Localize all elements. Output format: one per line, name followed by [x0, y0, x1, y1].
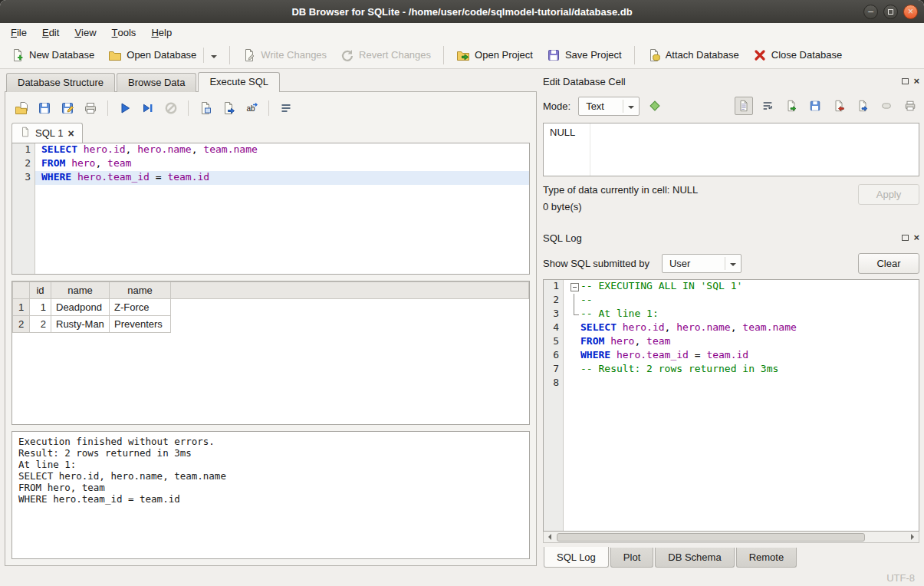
cell-size-info: 0 byte(s) — [543, 201, 698, 212]
scroll-left-button[interactable] — [544, 532, 556, 542]
code-token — [77, 143, 84, 155]
toolbar-button-label: Attach Database — [666, 49, 739, 61]
text-document-icon[interactable] — [735, 97, 753, 115]
titlebar[interactable]: DB Browser for SQLite - /home/user/code/… — [0, 0, 924, 23]
close-button[interactable]: × — [903, 5, 918, 19]
results-col-header-name[interactable]: name — [110, 282, 171, 299]
import-cell-icon[interactable] — [830, 97, 848, 115]
write-changes-icon — [242, 48, 256, 62]
cell-editor[interactable]: NULL — [543, 123, 919, 176]
results-cell[interactable]: 2 — [30, 316, 51, 333]
sql-log-view[interactable]: 12345678 -- EXECUTING ALL IN 'SQL 1'----… — [543, 279, 919, 532]
fold-marker-icon[interactable] — [570, 308, 580, 321]
edit-cell-float-icon[interactable] — [902, 78, 909, 84]
row-number[interactable]: 1 — [13, 299, 30, 316]
open-project-button[interactable]: Open Project — [450, 45, 539, 65]
menu-help[interactable]: Help — [143, 23, 179, 41]
apply-button[interactable]: Apply — [858, 184, 919, 205]
results-cell[interactable]: Rusty-Man — [51, 316, 110, 333]
tab-execute-sql[interactable]: Execute SQL — [198, 72, 280, 92]
print-sql-icon[interactable] — [81, 98, 100, 118]
bottom-tab-remote[interactable]: Remote — [736, 548, 797, 568]
results-col-header-name[interactable]: name — [51, 282, 110, 299]
maximize-icon — [888, 9, 893, 15]
results-cell[interactable]: Preventers — [110, 316, 171, 333]
editor-code[interactable]: SELECT hero.id, hero.name, team.nameFROM… — [35, 143, 529, 274]
scrollbar-thumb[interactable] — [557, 533, 865, 542]
sql-tab[interactable]: SQL 1 × — [12, 123, 83, 143]
open-database-dropdown[interactable] — [203, 48, 217, 63]
bottom-tabs: SQL LogPlotDB SchemaRemote — [543, 548, 919, 569]
save-results-view-icon[interactable] — [219, 98, 238, 118]
results-cell[interactable]: Z-Force — [110, 299, 171, 316]
sql-tab-close-icon[interactable]: × — [67, 130, 74, 137]
bottom-tab-plot[interactable]: Plot — [610, 548, 653, 568]
results-list-icon[interactable] — [276, 98, 296, 118]
window-title: DB Browser for SQLite - /home/user/code/… — [0, 6, 924, 18]
sql-editor[interactable]: 123 SELECT hero.id, hero.name, team.name… — [12, 143, 530, 275]
open-sql-file-icon[interactable] — [12, 98, 31, 118]
attach-database-button[interactable]: Attach Database — [641, 45, 745, 65]
tab-database-structure[interactable]: Database Structure — [6, 73, 115, 92]
tab-browse-data[interactable]: Browse Data — [117, 73, 196, 92]
menu-view[interactable]: View — [67, 23, 104, 41]
set-null-icon[interactable] — [877, 97, 896, 115]
open-external-icon[interactable] — [782, 97, 801, 115]
fold-marker-icon[interactable] — [570, 280, 580, 294]
main-tabs: Database StructureBrowse DataExecute SQL — [5, 71, 537, 91]
export-results-icon[interactable] — [196, 98, 215, 118]
bottom-tab-db-schema[interactable]: DB Schema — [655, 548, 734, 568]
toolbar-button-label: Save Project — [565, 49, 622, 61]
revert-changes-button: Revert Changes — [334, 45, 437, 65]
log-horizontal-scrollbar[interactable] — [543, 532, 919, 543]
sql-log-close-icon[interactable]: × — [913, 234, 919, 242]
code-token — [617, 321, 623, 333]
results-col-header-id[interactable]: id — [30, 282, 51, 299]
mode-settings-icon[interactable] — [646, 97, 664, 115]
print-cell-icon[interactable] — [901, 97, 919, 115]
execute-all-icon[interactable] — [115, 98, 135, 118]
code-line: WHERE hero.team_id = team.id — [564, 349, 919, 363]
results-header-filler — [171, 282, 529, 299]
fold-spacer — [570, 363, 580, 377]
results-cell[interactable]: 1 — [30, 299, 51, 316]
new-database-button[interactable]: New Database — [5, 45, 100, 65]
execute-current-line-icon[interactable] — [138, 98, 158, 118]
minimize-button[interactable]: – — [863, 5, 878, 19]
revert-changes-icon — [340, 48, 354, 62]
fold-marker-icon[interactable] — [570, 294, 580, 308]
output-line: WHERE hero.team_id = team.id — [18, 493, 523, 505]
fold-spacer — [570, 321, 580, 335]
find-replace-icon[interactable]: ab — [242, 98, 261, 118]
word-wrap-icon[interactable] — [758, 97, 777, 115]
clear-log-button[interactable]: Clear — [858, 253, 919, 274]
code-line: SELECT hero.id, hero.name, team.name — [35, 143, 529, 157]
close-database-button[interactable]: Close Database — [747, 45, 849, 65]
edit-cell-close-icon[interactable]: × — [913, 77, 919, 85]
save-cell-as-icon[interactable] — [806, 97, 824, 115]
write-changes-button: Write Changes — [236, 45, 333, 65]
log-code: -- EXECUTING ALL IN 'SQL 1'---- At line … — [564, 280, 919, 531]
mode-select[interactable]: Text — [578, 97, 640, 116]
toolbar-button-label: Open Project — [475, 49, 533, 61]
row-number[interactable]: 2 — [13, 316, 30, 333]
code-token — [65, 157, 71, 169]
export-cell-icon[interactable] — [853, 97, 872, 115]
results-cell[interactable]: Deadpond — [51, 299, 110, 316]
maximize-button[interactable] — [883, 5, 898, 19]
code-token: WHERE — [580, 349, 610, 360]
menu-edit[interactable]: Edit — [35, 23, 67, 41]
log-filter-select[interactable]: User — [662, 254, 742, 273]
save-project-button[interactable]: Save Project — [541, 45, 628, 65]
save-sql-file-icon[interactable] — [35, 98, 54, 118]
scrollbar-track[interactable] — [556, 532, 906, 542]
stop-execution-icon — [161, 98, 181, 118]
bottom-tab-sql-log[interactable]: SQL Log — [544, 547, 609, 568]
menu-file[interactable]: File — [3, 23, 35, 41]
open-database-button[interactable]: Open Database — [102, 44, 223, 66]
menu-tools[interactable]: Tools — [104, 23, 144, 41]
output-line: Result: 2 rows returned in 3ms — [18, 447, 523, 459]
sql-log-float-icon[interactable] — [902, 235, 909, 241]
save-sql-as-icon[interactable] — [58, 98, 77, 118]
scroll-right-button[interactable] — [906, 532, 919, 542]
